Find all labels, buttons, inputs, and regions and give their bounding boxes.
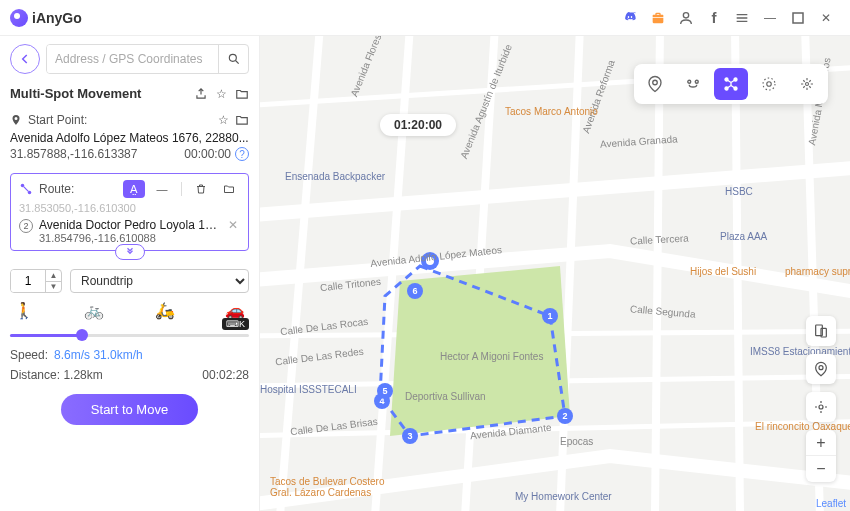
start-folder-icon[interactable]: [235, 113, 249, 127]
start-coords: 31.857888,-116.613387: [10, 147, 137, 161]
discord-icon[interactable]: [616, 4, 644, 32]
route-item-address: Avenida Doctor Pedro Loyola 11...: [39, 218, 220, 232]
toolbox-icon[interactable]: [644, 4, 672, 32]
zoom-out[interactable]: −: [806, 456, 836, 482]
timer-pill: 01:20:00: [380, 114, 456, 136]
mode-two-spot[interactable]: [676, 68, 710, 100]
save-folder-icon[interactable]: [235, 87, 249, 101]
panel-header: Multi-Spot Movement ☆: [10, 86, 249, 101]
walk-icon[interactable]: 🚶: [14, 301, 34, 320]
trip-type-select[interactable]: Roundtrip: [70, 269, 249, 293]
devices-button[interactable]: [806, 316, 836, 346]
distance-label: Distance:: [10, 368, 60, 382]
window-close[interactable]: ✕: [812, 4, 840, 32]
search-box: [46, 44, 249, 74]
speed-value: 8.6m/s 31.0km/h: [54, 348, 143, 362]
speed-slider[interactable]: ⌨K: [10, 326, 249, 344]
account-icon[interactable]: [672, 4, 700, 32]
svg-rect-1: [793, 13, 803, 23]
svg-point-29: [763, 78, 775, 90]
route-item-coords: 31.854796,-116.610088: [39, 232, 220, 244]
keyboard-badge[interactable]: ⌨K: [222, 318, 249, 330]
sidebar: Multi-Spot Movement ☆ Start Point: ☆ Ave…: [0, 36, 260, 511]
help-icon[interactable]: ?: [235, 147, 249, 161]
svg-point-21: [653, 80, 658, 85]
route-item-number: 2: [19, 219, 33, 233]
svg-point-34: [819, 405, 823, 409]
route-mode-line[interactable]: —: [151, 180, 173, 198]
distance-time: 00:02:28: [202, 368, 249, 382]
recenter-button[interactable]: [806, 392, 836, 422]
times-up[interactable]: ▲: [46, 270, 61, 282]
start-address: Avenida Adolfo López Mateos 1676, 22880.…: [10, 131, 249, 145]
menu-icon[interactable]: [728, 4, 756, 32]
svg-point-25: [734, 78, 737, 81]
map[interactable]: 1 2 3 4 5 6 Avenida Floresta Avenida Agu…: [260, 36, 850, 511]
svg-text:2: 2: [562, 411, 567, 421]
zoom-in[interactable]: +: [806, 430, 836, 456]
mode-teleport[interactable]: [638, 68, 672, 100]
svg-point-20: [426, 257, 434, 265]
start-point-block: Start Point: ☆ Avenida Adolfo López Mate…: [10, 107, 249, 169]
svg-point-0: [683, 12, 688, 17]
zoom-controls: + −: [806, 430, 836, 482]
svg-point-2: [229, 54, 236, 61]
route-label: Route:: [39, 182, 117, 196]
start-time: 00:00:00: [184, 147, 231, 161]
window-minimize[interactable]: —: [756, 4, 784, 32]
map-mode-bar: [634, 64, 828, 104]
svg-point-22: [688, 80, 691, 83]
svg-point-27: [734, 87, 737, 90]
mode-jump[interactable]: [790, 68, 824, 100]
svg-text:3: 3: [407, 431, 412, 441]
panel-title: Multi-Spot Movement: [10, 86, 141, 101]
mode-multi-spot[interactable]: [714, 68, 748, 100]
start-favorite-icon[interactable]: ☆: [218, 113, 229, 127]
svg-point-30: [806, 83, 809, 86]
search-button[interactable]: [218, 45, 248, 73]
route-item: 2 Avenida Doctor Pedro Loyola 11... 31.8…: [19, 218, 240, 244]
route-prev-coords: 31.853050,-116.610300: [19, 202, 240, 214]
svg-point-24: [725, 78, 728, 81]
times-down[interactable]: ▼: [46, 282, 61, 293]
route-delete-icon[interactable]: [190, 180, 212, 198]
svg-point-26: [725, 87, 728, 90]
route-mode-a[interactable]: A̤: [123, 180, 145, 198]
start-move-button[interactable]: Start to Move: [61, 394, 198, 425]
search-input[interactable]: [47, 45, 218, 73]
export-icon[interactable]: [194, 87, 208, 101]
route-item-remove[interactable]: ✕: [226, 218, 240, 232]
favorite-icon[interactable]: ☆: [216, 87, 227, 101]
svg-point-28: [767, 82, 772, 87]
start-point-label: Start Point:: [28, 113, 212, 127]
leaflet-attribution[interactable]: Leaflet: [816, 498, 846, 509]
window-maximize[interactable]: [784, 4, 812, 32]
back-button[interactable]: [10, 44, 40, 74]
distance-value: 1.28km: [63, 368, 102, 382]
pin-icon: [10, 113, 22, 127]
route-folder-icon[interactable]: [218, 180, 240, 198]
mode-joystick[interactable]: [752, 68, 786, 100]
app-name: iAnyGo: [32, 10, 82, 26]
route-icon: [19, 182, 33, 196]
facebook-icon[interactable]: f: [700, 4, 728, 32]
bike-icon[interactable]: 🚲: [84, 301, 104, 320]
titlebar: iAnyGo f — ✕: [0, 0, 850, 36]
app-logo: iAnyGo: [10, 9, 82, 27]
logo-icon: [10, 9, 28, 27]
speed-label: Speed:: [10, 348, 48, 362]
svg-text:5: 5: [382, 386, 387, 396]
times-input[interactable]: [11, 270, 45, 292]
route-box: Route: A̤ — 31.853050,-116.610300 2 Aven…: [10, 173, 249, 251]
route-expand-toggle[interactable]: [115, 244, 145, 260]
motorcycle-icon[interactable]: 🛵: [155, 301, 175, 320]
svg-text:1: 1: [547, 311, 552, 321]
map-side-tools: + −: [806, 316, 836, 482]
location-button[interactable]: [806, 354, 836, 384]
svg-point-23: [695, 80, 698, 83]
times-stepper[interactable]: ▲▼: [10, 269, 62, 293]
svg-text:6: 6: [412, 286, 417, 296]
svg-point-33: [819, 366, 823, 370]
